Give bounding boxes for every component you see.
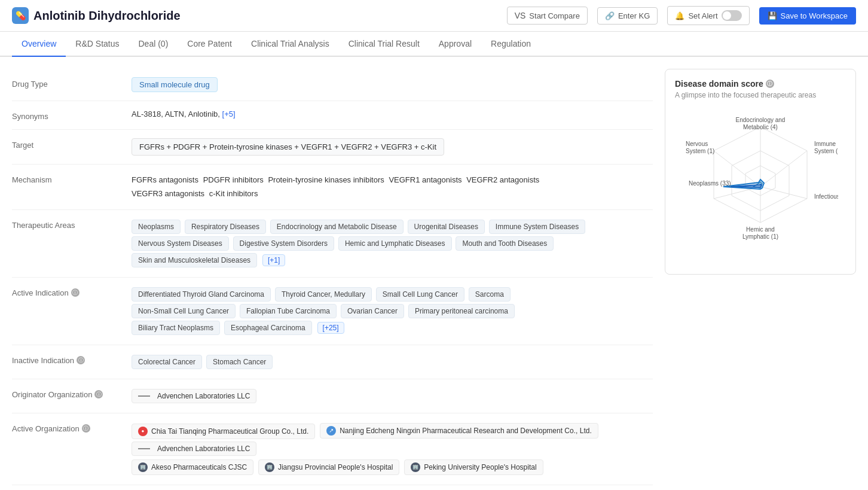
ai-thyroid-diff[interactable]: Differentiated Thyroid Gland Carcinoma <box>132 287 271 302</box>
ai-peritoneal[interactable]: Primary peritoneal carcinoma <box>408 304 515 318</box>
compare-label: Start Compare <box>529 11 580 20</box>
svg-text:Hemic and: Hemic and <box>746 226 775 233</box>
ai-thyroid-med[interactable]: Thyroid Cancer, Medullary <box>275 287 372 302</box>
advenchen-dash-icon <box>138 448 150 449</box>
ta-skin[interactable]: Skin and Musculoskeletal Diseases <box>132 253 257 267</box>
ai-more[interactable]: [+25] <box>317 322 344 334</box>
save-workspace-button[interactable]: 💾 Save to Workspace <box>759 7 856 25</box>
disease-domain-info-icon[interactable]: ⓘ <box>766 80 774 88</box>
tab-clinical-trial-result[interactable]: Clinical Trial Result <box>339 32 429 57</box>
kg-label: Enter KG <box>618 11 650 20</box>
originator-org-label: Originator Organization ⓘ <box>12 388 132 399</box>
alert-toggle[interactable] <box>722 10 742 21</box>
ta-neoplasms[interactable]: Neoplasms <box>132 220 181 234</box>
org-advenchen[interactable]: Advenchen Laboratories LLC <box>132 442 256 456</box>
ii-stomach[interactable]: Stomach Cancer <box>206 355 273 369</box>
tab-core-patent[interactable]: Core Patent <box>178 32 242 57</box>
disease-domain-subtitle: A glimpse into the focused therapeutic a… <box>675 91 846 99</box>
org-nanjing[interactable]: ↗ Nanjing Edcheng Ningxin Pharmaceutical… <box>320 423 598 439</box>
ta-immune[interactable]: Immune System Diseases <box>489 220 585 234</box>
active-org-row: Active Organization ⓘ ● Chia Tai Tianqin… <box>12 413 653 485</box>
svg-text:Neoplasms (33): Neoplasms (33) <box>689 180 731 187</box>
originator-org-info-icon[interactable]: ⓘ <box>94 390 103 398</box>
tab-clinical-trial-analysis[interactable]: Clinical Trial Analysis <box>242 32 339 57</box>
header-actions: VS Start Compare 🔗 Enter KG 🔔 Set Alert … <box>507 6 856 25</box>
ta-hemic[interactable]: Hemic and Lymphatic Diseases <box>338 236 452 251</box>
set-alert-button[interactable]: 🔔 Set Alert <box>667 6 749 25</box>
inactive-indication-info-icon[interactable]: ⓘ <box>77 356 85 364</box>
ii-colorectal[interactable]: Colorectal Cancer <box>132 355 202 369</box>
inactive-indication-row: Inactive Indication ⓘ Colorectal Cancer … <box>12 345 653 379</box>
drug-name: Anlotinib Dihydrochloride <box>33 9 181 23</box>
ta-respiratory[interactable]: Respiratory Diseases <box>185 220 266 234</box>
active-org-info-icon[interactable]: ⓘ <box>82 424 90 433</box>
ai-fallopian[interactable]: Fallopian Tube Carcinoma <box>240 304 337 318</box>
drug-icon: 💊 <box>12 7 29 24</box>
inactive-org-row: Inactive Organization ⓘ - <box>12 485 653 490</box>
therapeutic-areas-label: Therapeutic Areas <box>12 218 132 230</box>
ai-small-cell[interactable]: Small Cell Lung Cancer <box>376 287 464 302</box>
ta-endocrinology[interactable]: Endocrinology and Metabolic Disease <box>270 220 404 234</box>
synonym-3: Anlotinib, <box>188 109 219 118</box>
org-peking[interactable]: 🏢 Peking University People's Hospital <box>404 459 543 475</box>
drug-type-label: Drug Type <box>12 77 132 89</box>
mechanism-row: Mechanism FGFRs antagonists PDGFR inhibi… <box>12 165 653 210</box>
disease-domain-card: Disease domain score ⓘ A glimpse into th… <box>665 69 856 275</box>
tab-deal[interactable]: Deal (0) <box>129 32 178 57</box>
mech-5: VEGFR2 antagonists <box>466 175 539 184</box>
nav-tabs: Overview R&D Status Deal (0) Core Patent… <box>0 32 868 57</box>
mechanism-label: Mechanism <box>12 173 132 184</box>
target-label: Target <box>12 138 132 150</box>
svg-text:Endocrinology and: Endocrinology and <box>736 117 786 123</box>
org-chia-tai[interactable]: ● Chia Tai Tianqing Pharmaceutical Group… <box>132 424 315 439</box>
ta-nervous[interactable]: Nervous System Diseases <box>132 236 229 251</box>
svg-text:System (1): System (1) <box>686 148 714 154</box>
svg-line-5 <box>760 187 807 199</box>
page-title: 💊 Anlotinib Dihydrochloride <box>12 7 507 24</box>
inactive-indication-label: Inactive Indication ⓘ <box>12 354 132 365</box>
ai-ovarian[interactable]: Ovarian Cancer <box>341 304 404 318</box>
synonyms-label: Synonyms <box>12 109 132 121</box>
synonyms-more[interactable]: [+5] <box>222 109 236 118</box>
svg-text:Lymphatic (1): Lymphatic (1) <box>742 233 778 240</box>
nanjing-name: Nanjing Edcheng Ningxin Pharmaceutical R… <box>340 427 592 435</box>
ta-digestive[interactable]: Digestive System Disorders <box>233 236 334 251</box>
enter-kg-button[interactable]: 🔗 Enter KG <box>597 7 658 25</box>
main-content: Drug Type Small molecule drug Synonyms A… <box>0 57 868 490</box>
mech-1: FGFRs antagonists <box>132 175 198 184</box>
peking-icon: 🏢 <box>411 462 420 472</box>
tab-regulation[interactable]: Regulation <box>481 32 540 57</box>
ai-sarcoma[interactable]: Sarcoma <box>469 287 511 302</box>
target-row: Target FGFRs + PDGFR + Protein-tyrosine … <box>12 130 653 165</box>
compare-button[interactable]: VS Start Compare <box>507 7 588 25</box>
synonyms-content: AL-3818, ALTN, Anlotinib, [+5] <box>132 109 653 118</box>
therapeutic-areas-content: Neoplasms Respiratory Diseases Endocrino… <box>132 218 653 269</box>
ai-nsclc[interactable]: Non-Small Cell Lung Cancer <box>132 304 236 318</box>
save-label: Save to Workspace <box>781 11 848 20</box>
radar-chart-container: Endocrinology and Metabolic (4) Immune S… <box>675 109 846 264</box>
tab-overview[interactable]: Overview <box>12 32 66 57</box>
ai-esophageal[interactable]: Esophageal Carcinoma <box>224 321 312 335</box>
disease-title-text: Disease domain score <box>675 79 763 89</box>
svg-line-4 <box>760 151 807 187</box>
ai-biliary[interactable]: Biliary Tract Neoplasms <box>132 321 220 335</box>
ta-more[interactable]: [+1] <box>262 254 285 266</box>
org-jiangsu[interactable]: 🏢 Jiangsu Provincial People's Hospital <box>258 459 399 475</box>
svg-text:System (1): System (1) <box>814 148 838 154</box>
org-akeso[interactable]: 🏢 Akeso Pharmaceuticals CJSC <box>132 459 253 475</box>
right-panel: Disease domain score ⓘ A glimpse into th… <box>665 69 856 490</box>
chia-tai-icon: ● <box>138 427 148 436</box>
jiangsu-name: Jiangsu Provincial People's Hospital <box>278 463 393 471</box>
synonym-2: ALTN, <box>165 109 187 118</box>
originator-advenchen[interactable]: Advenchen Laboratories LLC <box>132 389 256 403</box>
tab-approval[interactable]: Approval <box>429 32 481 57</box>
svg-text:Immune: Immune <box>814 141 836 147</box>
tab-rd-status[interactable]: R&D Status <box>66 32 129 57</box>
mech-6: VEGFR3 antagonists <box>132 189 204 198</box>
originator-name: Advenchen Laboratories LLC <box>157 392 250 400</box>
active-indication-info-icon[interactable]: ⓘ <box>71 288 80 297</box>
ta-mouth[interactable]: Mouth and Tooth Diseases <box>456 236 554 251</box>
mech-7: c-Kit inhibitors <box>209 189 258 198</box>
ta-urogenital[interactable]: Urogenital Diseases <box>408 220 485 234</box>
chia-tai-name: Chia Tai Tianqing Pharmaceutical Group C… <box>151 427 308 436</box>
